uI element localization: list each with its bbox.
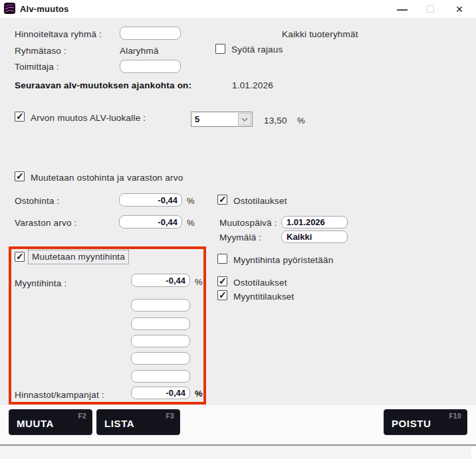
vat-rate-unit: %	[297, 116, 305, 126]
store-input[interactable]	[281, 230, 348, 243]
titlebar: Alv-muutos ×	[0, 0, 476, 18]
sales-extra-input-3[interactable]	[131, 335, 190, 347]
group-level-label: Ryhmätaso :	[15, 46, 66, 56]
next-change-label: Seuraavan alv-muutoksen ajankohta on:	[15, 80, 191, 90]
close-icon: ×	[455, 3, 463, 15]
supplier-label: Toimittaja :	[15, 62, 59, 72]
form-area: Hinnoiteltava ryhmä : Kaikki tuoteryhmät…	[0, 18, 476, 405]
minimize-button[interactable]	[391, 0, 414, 17]
sales-price-input[interactable]	[131, 274, 190, 287]
sales-extra-input-4[interactable]	[131, 352, 190, 365]
enter-filter-label: Syötä rajaus	[231, 45, 283, 54]
purchase-price-unit: %	[187, 196, 195, 206]
purchase-orders-label: Ostotilaukset	[233, 196, 287, 206]
sales-price-unit: %	[195, 277, 203, 287]
change-date-input[interactable]	[281, 216, 348, 229]
sales-extra-input-2[interactable]	[131, 318, 190, 330]
purchase-section-checkbox[interactable]	[15, 171, 25, 181]
vat-class-label: Arvon muutos ALV-luokalle :	[31, 113, 146, 123]
stock-value-unit: %	[187, 218, 195, 228]
pricelists-unit: %	[195, 389, 203, 399]
sales-extra-input-5[interactable]	[131, 370, 190, 383]
vat-class-selected-value: 5	[195, 114, 199, 124]
sales-price-label: Myyntihinta :	[15, 278, 66, 288]
sales-extra-input-1[interactable]	[131, 299, 190, 312]
muuta-button[interactable]: MUUTA F2	[9, 409, 92, 435]
status-bar	[0, 444, 476, 459]
rounding-checkbox[interactable]	[217, 254, 227, 264]
muuta-button-label: MUUTA	[17, 418, 54, 429]
store-label: Myymälä :	[219, 232, 261, 242]
vat-class-dropdown-button[interactable]	[238, 113, 251, 126]
close-button[interactable]: ×	[448, 0, 471, 17]
chevron-down-icon	[241, 118, 248, 122]
purchase-price-input[interactable]	[119, 193, 182, 207]
minimize-icon	[397, 9, 408, 11]
purchase-price-label: Ostohinta :	[15, 196, 60, 206]
muuta-fkey-badge: F2	[78, 413, 86, 420]
sales-purchase-orders-checkbox[interactable]	[217, 276, 227, 286]
window-title: Alv-muutos	[20, 4, 69, 14]
lista-fkey-badge: F3	[166, 413, 174, 420]
vat-rate-value: 13,50	[264, 116, 287, 126]
footer-bar: MUUTA F2 LISTA F3 POISTU F10	[0, 405, 476, 444]
pricing-group-input[interactable]	[120, 27, 181, 40]
poistu-button-label: POISTU	[392, 418, 431, 429]
sales-purchase-orders-label: Ostotilaukset	[233, 278, 287, 288]
change-date-label: Muutospäivä :	[219, 218, 277, 228]
purchase-orders-checkbox[interactable]	[217, 195, 227, 205]
pricelists-input[interactable]	[131, 387, 190, 399]
rounding-label: Myyntihinta pyöristetään	[233, 255, 333, 265]
purchase-section-label: Muutetaan ostohinta ja varaston arvo	[31, 173, 183, 183]
stock-value-label: Varaston arvo :	[15, 218, 77, 228]
lista-button-label: LISTA	[104, 418, 134, 429]
app-icon	[4, 3, 15, 14]
maximize-button[interactable]	[419, 0, 441, 17]
sales-orders-checkbox[interactable]	[217, 290, 227, 300]
next-change-date: 1.01.2026	[232, 80, 273, 90]
pricing-group-label: Hinnoiteltava ryhmä :	[15, 29, 102, 39]
enter-filter-checkbox[interactable]	[215, 44, 225, 54]
sales-orders-label: Myyntitilaukset	[233, 292, 295, 302]
supplier-input[interactable]	[120, 60, 181, 73]
sales-section-checkbox[interactable]	[15, 252, 25, 262]
sales-section-label: Muutetaan myyntihinta	[28, 250, 129, 264]
group-level-value: Alaryhmä	[120, 46, 159, 56]
maximize-icon	[427, 5, 434, 13]
stock-value-input[interactable]	[119, 215, 182, 229]
vat-class-checkbox[interactable]	[15, 112, 25, 122]
poistu-button[interactable]: POISTU F10	[384, 409, 467, 435]
pricelists-label: Hinnastot/kampanjat :	[15, 390, 104, 400]
status-bar-right-strip	[471, 447, 476, 459]
all-product-groups-note: Kaikki tuoteryhmät	[282, 29, 358, 39]
alv-muutos-dialog: Alv-muutos × Hinnoiteltava ryhmä : Kaikk…	[0, 0, 476, 459]
poistu-fkey-badge: F10	[449, 413, 461, 420]
vat-class-select[interactable]: 5	[191, 112, 253, 127]
lista-button[interactable]: LISTA F3	[96, 409, 180, 435]
